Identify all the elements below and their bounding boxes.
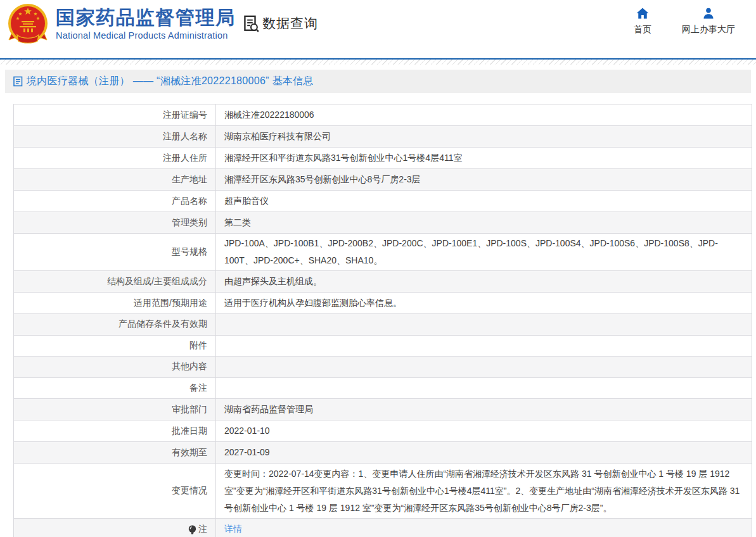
row-label: 生产地址 [14, 169, 216, 190]
user-icon [702, 7, 715, 20]
nav-service-hall[interactable]: 网上办事大厅 [682, 7, 735, 35]
row-value: 2022-01-10 [216, 420, 752, 441]
home-icon [636, 7, 650, 20]
bulb-icon [188, 525, 196, 535]
site-subtitle: National Medical Products Administration [56, 30, 236, 41]
row-label: 注册人名称 [14, 126, 216, 147]
table-row: 注册人住所 湘潭经开区和平街道东风路31号创新创业中心1号楼4层411室 [14, 148, 752, 169]
row-label: 适用范围/预期用途 [14, 293, 216, 313]
row-value: 湘潭经开区和平街道东风路31号创新创业中心1号楼4层411室 [216, 148, 752, 168]
national-emblem-icon [6, 3, 49, 49]
table-row: 有效期至 2027-01-09 [14, 442, 752, 464]
row-value: 第二类 [216, 212, 752, 233]
table-row: 产品储存条件及有效期 [14, 314, 752, 336]
table-row: 备注 [14, 378, 752, 400]
row-value: 湘潭经开区东风路35号创新创业中心8号厂房2-3层 [216, 169, 752, 190]
table-row: 变更情况 变更时间：2022-07-14变更内容：1、变更申请人住所由“湖南省湘… [14, 464, 752, 519]
row-value: JPD-100A、JPD-100B1、JPD-200B2、JPD-200C、JP… [216, 234, 752, 270]
page-title: 境内医疗器械（注册） —— “湘械注准20222180006” 基本信息 [27, 75, 314, 88]
brand-text: 国家药品监督管理局 National Medical Products Admi… [56, 3, 236, 41]
site-title: 国家药品监督管理局 [56, 7, 236, 28]
table-row: 注 详情 [14, 519, 752, 537]
row-value: 湖南省药品监督管理局 [216, 399, 752, 420]
row-value: 详情 [216, 519, 752, 537]
brand-logo[interactable]: 国家药品监督管理局 National Medical Products Admi… [6, 3, 236, 49]
row-label: 注 [14, 519, 216, 537]
row-label: 型号规格 [14, 234, 216, 270]
row-value [216, 336, 752, 357]
document-icon [13, 76, 23, 87]
table-row: 适用范围/预期用途 适用于医疗机构从孕妇腹部监测胎心率信息。 [14, 293, 752, 314]
table-row: 型号规格 JPD-100A、JPD-100B1、JPD-200B2、JPD-20… [14, 234, 752, 271]
row-label: 有效期至 [14, 442, 216, 463]
table-row: 批准日期 2022-01-10 [14, 420, 752, 442]
nav-home[interactable]: 首页 [634, 7, 651, 35]
row-value [216, 357, 752, 377]
row-label: 产品储存条件及有效期 [14, 314, 216, 335]
table-row: 审批部门 湖南省药品监督管理局 [14, 399, 752, 420]
table-row: 产品名称 超声胎音仪 [14, 191, 752, 212]
section-title-bar: 境内医疗器械（注册） —— “湘械注准20222180006” 基本信息 [5, 70, 751, 93]
row-value [216, 378, 752, 399]
table-row: 其他内容 [14, 357, 752, 378]
table-row: 注册证编号 湘械注准20222180006 [14, 104, 752, 126]
nav-home-label: 首页 [634, 24, 651, 35]
row-label: 结构及组成/主要组成成分 [14, 271, 216, 292]
registration-info-table: 注册证编号 湘械注准20222180006 注册人名称 湖南京柏医疗科技有限公司… [13, 104, 752, 537]
document-search-icon [241, 14, 260, 33]
table-row: 结构及组成/主要组成成分 由超声探头及主机组成。 [14, 271, 752, 293]
row-value: 适用于医疗机构从孕妇腹部监测胎心率信息。 [216, 293, 752, 313]
table-row: 生产地址 湘潭经开区东风路35号创新创业中心8号厂房2-3层 [14, 169, 752, 191]
row-value: 湖南京柏医疗科技有限公司 [216, 126, 752, 147]
row-value: 由超声探头及主机组成。 [216, 271, 752, 292]
table-row: 注册人名称 湖南京柏医疗科技有限公司 [14, 126, 752, 148]
note-label: 注 [198, 524, 207, 535]
details-link[interactable]: 详情 [224, 521, 242, 537]
row-label: 其他内容 [14, 357, 216, 377]
row-label: 产品名称 [14, 191, 216, 212]
data-query-nav[interactable]: 数据查询 [241, 14, 318, 33]
row-value: 2027-01-09 [216, 442, 752, 463]
row-value: 超声胎音仪 [216, 191, 752, 212]
row-label: 备注 [14, 378, 216, 399]
top-navigation: 首页 网上办事大厅 [634, 7, 735, 35]
row-label: 管理类别 [14, 212, 216, 233]
row-label: 附件 [14, 336, 216, 357]
header-hatch-pattern [0, 60, 756, 65]
row-label: 注册证编号 [14, 104, 216, 125]
nav-service-hall-label: 网上办事大厅 [682, 24, 735, 35]
row-value [216, 314, 752, 335]
row-value: 变更时间：2022-07-14变更内容：1、变更申请人住所由“湖南省湘潭经济技术… [216, 464, 752, 518]
row-label: 批准日期 [14, 420, 216, 441]
table-row: 附件 [14, 336, 752, 357]
row-label: 变更情况 [14, 464, 216, 518]
page-header: 国家药品监督管理局 National Medical Products Admi… [0, 0, 756, 58]
data-query-label: 数据查询 [262, 15, 318, 32]
row-label: 审批部门 [14, 399, 216, 420]
table-row: 管理类别 第二类 [14, 212, 752, 234]
row-label: 注册人住所 [14, 148, 216, 168]
row-value: 湘械注准20222180006 [216, 104, 752, 125]
